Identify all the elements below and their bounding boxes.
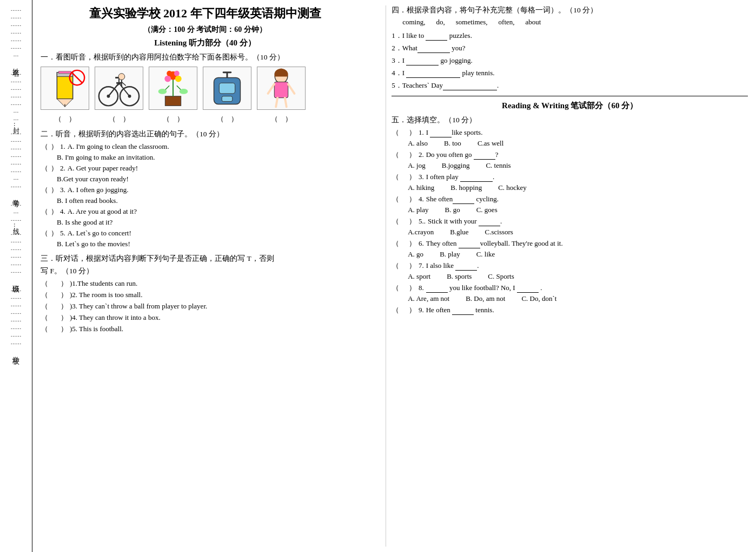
q5-2: （ ） 2. Do you often go ? bbox=[392, 150, 748, 160]
section3-title: 三．听对话，根据对话内容判断下列句子是否正确，正确的写 T，否则 bbox=[41, 254, 369, 264]
svg-rect-21 bbox=[165, 96, 181, 106]
left-column: 童兴实验学校 2012 年下四年级英语期中测查 （满分：100 分 考试时间：6… bbox=[41, 5, 375, 547]
q5-8-A: A. Are, am not bbox=[408, 294, 449, 303]
svg-rect-33 bbox=[219, 83, 235, 94]
q5-2-text: Do you often go ? bbox=[426, 150, 499, 160]
svg-line-42 bbox=[285, 98, 287, 107]
q5-4-C: C. goes bbox=[476, 206, 498, 214]
q5-1-num: 1. bbox=[419, 128, 424, 137]
q4-1: 1．I like to puzzles. bbox=[392, 31, 748, 41]
q2-4-num: 4. bbox=[60, 207, 65, 216]
paren-q2-1-close: ） bbox=[50, 142, 58, 152]
margin-dots-6: ………………………………………… bbox=[11, 286, 22, 346]
q3-2: （ ） )2. The room is too small. bbox=[41, 290, 369, 300]
q4-3: 3．I go jogging. bbox=[392, 56, 748, 65]
paren-row: （ ） （ ） （ ） （ ） （ ） bbox=[41, 114, 369, 124]
paren-q3-3: （ bbox=[41, 301, 48, 311]
q2-4-B: B. Is she good at it? bbox=[57, 218, 369, 227]
q5-3-num: 3. bbox=[419, 173, 424, 181]
blank-q4-3 bbox=[406, 56, 439, 65]
label-name: 姓名 bbox=[11, 63, 21, 65]
q3-3: （ ） )3. They can`t throw a ball from pla… bbox=[41, 301, 369, 311]
word-bank-label: coming, bbox=[402, 18, 425, 27]
listening-header: Listening 听力部分（40 分） bbox=[41, 38, 369, 48]
q2-2-num: 2. bbox=[60, 164, 65, 173]
paren-q5-5: （ bbox=[392, 216, 399, 226]
blank-q5-3 bbox=[460, 173, 493, 182]
q5-8-options: A. Are, am not B. Do, am not C. Do, don`… bbox=[408, 294, 748, 303]
q2-4-A: A. Are you at good at it? bbox=[68, 207, 137, 216]
q5-9-num: 9. bbox=[419, 306, 424, 314]
section5-group: 五．选择填空。（10 分） （ ） 1. I like sports. A. a… bbox=[392, 115, 748, 315]
blank-q5-4 bbox=[453, 195, 474, 204]
paren-q2-4: （ bbox=[41, 207, 48, 216]
q5-5-A: A.crayon bbox=[408, 228, 434, 236]
blank-q4-1 bbox=[426, 31, 447, 41]
q2-3-num: 3. bbox=[60, 186, 65, 194]
exam-title: 童兴实验学校 2012 年下四年级英语期中测查 bbox=[41, 5, 369, 22]
q5-1-C: C.as well bbox=[478, 139, 503, 148]
margin-dots-4: …………… bbox=[11, 200, 22, 223]
q5-7-text: I also like . bbox=[426, 261, 479, 271]
paren-q3-1: （ bbox=[41, 279, 48, 288]
paren-q2-5-close: ） bbox=[50, 228, 58, 238]
label-xuehao: 学号 bbox=[11, 194, 21, 196]
blank-q4-4 bbox=[406, 69, 460, 78]
paren-q2-5: （ bbox=[41, 228, 48, 238]
paren-q5-1: （ bbox=[392, 128, 399, 137]
q5-3-C: C. hockey bbox=[498, 183, 527, 192]
q4-4: 4．I play tennis. bbox=[392, 68, 748, 78]
q5-7: （ ） 7. I also like . bbox=[392, 261, 748, 271]
q5-4: （ ） 4. She often cycling. bbox=[392, 194, 748, 204]
divider-1 bbox=[392, 96, 748, 96]
q5-7-B: B. sports bbox=[447, 272, 472, 281]
section1-title: 一．看图听音，根据听到的内容用阿拉伯数字给下面各图标号。（10 分） bbox=[41, 52, 369, 62]
reading-header: Reading & Writing 笔试部分（60 分） bbox=[392, 101, 748, 111]
label-line: 线… bbox=[11, 223, 21, 229]
q5-1-B: B. too bbox=[444, 139, 461, 148]
svg-line-6 bbox=[72, 73, 83, 83]
blank-q5-7 bbox=[455, 261, 477, 271]
q2-3-A: A. I often go jogging. bbox=[68, 186, 129, 194]
q2-2-B: B.Get your crayon ready! bbox=[57, 175, 369, 183]
q2-3: （） 3. A. I often go jogging. bbox=[41, 185, 369, 195]
bike-svg bbox=[95, 67, 143, 109]
right-column: 四．根据录音内容，将句子补充完整（每格一词）。（10 分） coming, do… bbox=[386, 5, 748, 547]
img-bike bbox=[95, 67, 143, 110]
q3-1: （ ） )1.The students can run. bbox=[41, 279, 369, 288]
blank-q5-1 bbox=[430, 128, 452, 137]
pencil-svg bbox=[41, 67, 89, 109]
q5-2-options: A. jog B.jogging C. tennis bbox=[408, 161, 748, 170]
paren-q2-3: （ bbox=[41, 185, 48, 195]
blank-q4-5 bbox=[443, 81, 497, 90]
q5-6-text: They often volleyball. They're good at i… bbox=[426, 239, 563, 248]
paren-q5-4: （ bbox=[392, 194, 399, 204]
q3-3-text: )3. They can`t throw a ball from player … bbox=[70, 302, 207, 311]
q5-3: （ ） 3. I often play . bbox=[392, 172, 748, 182]
paren-q3-2-close bbox=[50, 291, 58, 299]
svg-point-17 bbox=[118, 74, 125, 80]
blank-q5-2 bbox=[474, 150, 495, 160]
svg-rect-38 bbox=[274, 82, 288, 97]
plants-svg bbox=[149, 67, 197, 109]
q5-2-num: 2. bbox=[419, 150, 424, 159]
q5-6-num: 6. bbox=[419, 239, 424, 248]
q3-4-text: )4. They can throw it into a box. bbox=[70, 313, 161, 322]
word-bank: coming, do, sometimes, often, about bbox=[402, 18, 748, 27]
q2-5-B: B. Let`s go to the movies! bbox=[57, 240, 369, 248]
paren-q3-3-close bbox=[50, 302, 58, 311]
section2-title: 二．听音，根据听到的内容选出正确的句子。（10 分） bbox=[41, 129, 369, 139]
section4-group: 四．根据录音内容，将句子补充完整（每格一词）。（10 分） coming, do… bbox=[392, 5, 748, 90]
q5-8-C: C. Do, don`t bbox=[521, 294, 556, 303]
q5-8-num: 8. bbox=[419, 284, 424, 292]
q5-2-A: A. jog bbox=[408, 161, 426, 170]
word-bank-2: do, bbox=[436, 18, 445, 27]
margin-dots-1: ………………………………… bbox=[11, 5, 22, 58]
svg-rect-3 bbox=[58, 71, 71, 74]
exam-subtitle: （满分：100 分 考试时间：60 分钟） bbox=[41, 25, 369, 35]
backpack-svg bbox=[203, 67, 251, 109]
paren-q5-3: （ bbox=[392, 172, 399, 182]
margin-dots-5: ……………………………… bbox=[11, 229, 22, 275]
svg-line-39 bbox=[268, 84, 275, 94]
q5-6-options: A. go B. play C. like bbox=[408, 250, 748, 259]
